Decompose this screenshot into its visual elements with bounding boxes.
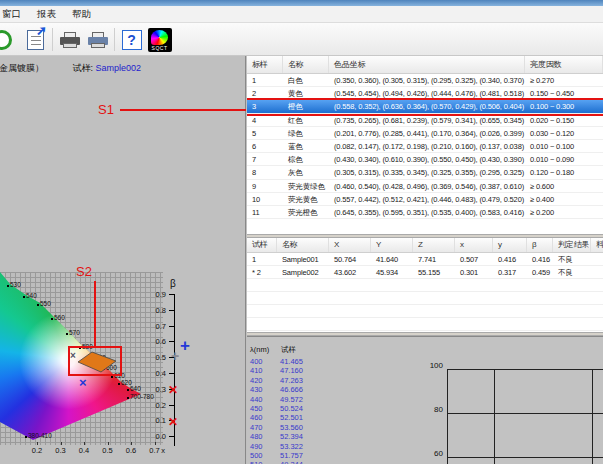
menu-item-0[interactable]: 窗口 [0, 7, 29, 22]
chart-gridline [494, 369, 495, 464]
report-export-button[interactable]: ➚ [22, 26, 49, 53]
annotation-s1-line [120, 109, 246, 111]
samples-cell-beta: 0.416 [527, 253, 553, 265]
standards-cell-name: 绿色 [283, 127, 329, 139]
reference-beta-plus-icon: + [171, 348, 179, 364]
beta-tick-label-0.9: 0.9 [150, 290, 166, 299]
standards-row-10[interactable]: 10荧光黄色(0.557, 0.442), (0.512, 0.421), (0… [247, 193, 603, 206]
samples-col-header-7: β [527, 238, 553, 252]
standards-row-3[interactable]: 3橙色(0.558, 0.352), (0.636, 0.364), (0.57… [247, 100, 603, 113]
help-icon: ? [122, 30, 142, 50]
x-axis-label-0.2: 0.2 [32, 446, 42, 455]
circle-tool-button[interactable] [0, 26, 15, 53]
spectral-wavelength: 450 [250, 404, 280, 413]
standards-cell-beta: ≥ 0.200 [525, 206, 603, 218]
wavelength-dot [127, 397, 129, 399]
print-button[interactable] [56, 26, 83, 53]
standards-cell-beta: 0.020 ~ 0.150 [525, 114, 603, 126]
sample-beta-plus-icon: + [180, 336, 190, 356]
spectral-value: 52.394 [280, 432, 303, 441]
sample-label: 试样: [73, 63, 94, 73]
samples-cell-y: 0.317 [493, 266, 527, 278]
spectral-row-420[interactable]: 42047.263 [250, 376, 303, 385]
spectral-row-450[interactable]: 45050.524 [250, 404, 303, 413]
standards-row-6[interactable]: 6蓝色(0.082, 0.147), (0.172, 0.198), (0.21… [247, 140, 603, 153]
spectral-row-460[interactable]: 46052.501 [250, 413, 303, 422]
standards-cell-id: 8 [247, 166, 283, 178]
spectral-wavelength: 500 [250, 451, 280, 460]
wavelength-dot [51, 318, 53, 320]
menu-bar: 窗口报表帮助 [0, 6, 603, 23]
spectral-row-470[interactable]: 47053.560 [250, 423, 303, 432]
spectral-row-490[interactable]: 49053.322 [250, 442, 303, 451]
spectral-row-440[interactable]: 44049.572 [250, 395, 303, 404]
chart-gridline [447, 457, 603, 458]
spectral-row-410[interactable]: 41047.160 [250, 366, 303, 375]
menu-item-2[interactable]: 帮助 [70, 7, 99, 22]
spectral-row-430[interactable]: 43046.666 [250, 385, 303, 394]
spectral-wavelength: 410 [250, 366, 280, 375]
samples-col-header-0: 试样 [247, 238, 277, 252]
sample-name-value: Sample002 [96, 63, 142, 73]
standards-cell-id: 10 [247, 193, 283, 205]
tolerance-region-highlight [68, 346, 122, 376]
spectral-section: λ(nm) 试样 40041.46541047.16042047.2634304… [247, 336, 603, 464]
standards-row-11[interactable]: 11荧光橙色(0.645, 0.355), (0.595, 0.351), (0… [247, 206, 603, 219]
samples-cell-Y: 41.640 [371, 253, 413, 265]
spectral-wavelength: 460 [250, 413, 280, 422]
standards-cell-coords: (0.557, 0.442), (0.512, 0.421), (0.446, … [329, 193, 525, 205]
toolbar-separator [52, 28, 53, 51]
standards-cell-coords: (0.305, 0.315), (0.335, 0.345), (0.325, … [329, 166, 525, 178]
samples-col-header-4: Z [413, 238, 455, 252]
chart-y-tick-100: 100 [423, 361, 443, 370]
spectral-row-480[interactable]: 48052.394 [250, 432, 303, 441]
samples-row-Sample001[interactable]: 1Sample00150.76441.6407.7410.5070.4160.4… [247, 253, 603, 266]
sqct-button[interactable]: SQCT [146, 26, 173, 53]
standards-cell-name: 棕色 [283, 153, 329, 165]
standards-row-8[interactable]: 8灰色(0.305, 0.315), (0.335, 0.345), (0.32… [247, 166, 603, 179]
samples-cell-x: 0.301 [455, 266, 493, 278]
beta-tick-label-0.5: 0.5 [150, 353, 166, 362]
spectral-wavelength: 440 [250, 395, 280, 404]
samples-cell-Y: 45.934 [371, 266, 413, 278]
beta-tick-dash [169, 405, 174, 406]
samples-row-Sample002[interactable]: * 2Sample00243.60245.93455.1550.3010.317… [247, 266, 603, 279]
standards-row-4[interactable]: 4红色(0.735, 0.265), (0.681, 0.239), (0.57… [247, 114, 603, 127]
standards-row-9[interactable]: 9荧光黄绿色(0.460, 0.540), (0.428, 0.496), (0… [247, 180, 603, 193]
chart-gridline [447, 413, 603, 414]
beta-range-upper-mark-icon: ✕ [168, 383, 178, 397]
standards-row-1[interactable]: 1白色(0.350, 0.360), (0.305, 0.315), (0.29… [247, 74, 603, 87]
standards-row-2[interactable]: 2黄色(0.545, 0.454), (0.494, 0.426), (0.44… [247, 87, 603, 100]
samples-col-header-8: 判定结果 [553, 238, 591, 252]
wavelength-dot [118, 383, 120, 385]
spectral-value: 53.322 [280, 442, 303, 451]
spectral-value: 41.465 [280, 357, 303, 366]
spectral-value: 46.666 [280, 385, 303, 394]
report-export-icon: ➚ [27, 30, 44, 50]
standards-cell-id: 5 [247, 127, 283, 139]
spectral-value: 47.263 [280, 376, 303, 385]
samples-cell-x: 0.507 [455, 253, 493, 265]
menu-item-1[interactable]: 报表 [35, 7, 64, 22]
help-button[interactable]: ? [118, 26, 145, 53]
spectral-row-400[interactable]: 40041.465 [250, 357, 303, 366]
wavelength-label-380-410: 380-410 [28, 432, 52, 439]
beta-tick-label-0.2: 0.2 [150, 401, 166, 410]
beta-tick-label-0.6: 0.6 [150, 337, 166, 346]
print-preview-button[interactable] [84, 26, 111, 53]
standards-cell-id: 1 [247, 74, 283, 86]
x-axis-tick [61, 442, 62, 445]
samples-col-header-3: Y [371, 238, 413, 252]
beta-tick-dash [169, 341, 174, 342]
spectral-row-510[interactable]: 51049.344 [250, 460, 303, 464]
data-panel: 标样 名称 色品坐标 亮度因数 1白色(0.350, 0.360), (0.30… [247, 56, 603, 464]
standards-row-7[interactable]: 7棕色(0.430, 0.340), (0.610, 0.390), (0.55… [247, 153, 603, 166]
standards-row-5[interactable]: 5绿色(0.201, 0.776), (0.285, 0.441), (0.17… [247, 127, 603, 140]
beta-tick-dash [169, 436, 174, 437]
samples-row-empty [247, 279, 603, 292]
toolbar-separator [114, 28, 115, 51]
standards-cell-name: 黄色 [283, 87, 329, 99]
standards-cell-coords: (0.735, 0.265), (0.681, 0.239), (0.579, … [329, 114, 525, 126]
spectral-row-500[interactable]: 50051.757 [250, 451, 303, 460]
samples-row-empty [247, 318, 603, 331]
